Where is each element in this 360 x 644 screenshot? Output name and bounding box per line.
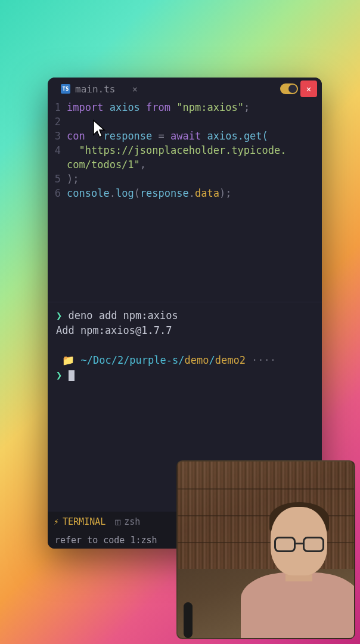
mouse-cursor-icon xyxy=(92,119,109,141)
close-tab-icon[interactable]: × xyxy=(132,83,138,95)
line-number: 3 xyxy=(51,129,67,143)
shell-status-item[interactable]: ◫ zsh xyxy=(115,516,140,527)
terminal-status-item[interactable]: ⚡ TERMINAL xyxy=(54,516,105,527)
microphone-icon xyxy=(184,602,193,638)
code-content: com/todos/1", xyxy=(67,157,146,172)
prompt-icon: ❯ xyxy=(56,309,62,321)
code-line: 2 xyxy=(51,114,318,129)
terminal-output: Add npm:axios@1.7.7 xyxy=(56,323,314,338)
footer-text: refer to code 1:zsh xyxy=(55,535,157,546)
typescript-icon: TS xyxy=(61,84,70,94)
code-content: ); xyxy=(67,172,79,186)
terminal-cursor xyxy=(69,370,75,381)
line-number: 6 xyxy=(51,186,67,200)
code-content: "https://jsonplaceholder.typicode. xyxy=(67,143,286,157)
terminal-label: TERMINAL xyxy=(63,516,105,527)
tab-filename: main.ts xyxy=(75,83,115,95)
file-tab[interactable]: TS main.ts × xyxy=(52,78,146,100)
terminal-line: ❯ deno add npm:axios xyxy=(56,308,314,323)
titlebar: TS main.ts × ✕ xyxy=(48,78,322,100)
terminal-cwd: 📁 ~/Doc/2/purple-s/demo/demo2 ···· xyxy=(56,353,314,368)
line-number xyxy=(51,157,67,172)
code-content: import axios from "npm:axios"; xyxy=(67,100,250,114)
lightning-icon: ⚡ xyxy=(54,516,59,527)
folder-icon: 📁 xyxy=(62,354,75,366)
shell-label: zsh xyxy=(124,516,140,527)
code-line: 6 console.log(response.data); xyxy=(51,186,318,200)
webcam-overlay xyxy=(176,460,355,639)
close-window-button[interactable]: ✕ xyxy=(300,80,317,97)
code-line: 4 "https://jsonplaceholder.typicode. xyxy=(51,143,318,157)
code-line: 5 ); xyxy=(51,172,318,186)
code-line: 3 con response = await axios.get( xyxy=(51,129,318,143)
terminal-prompt: ❯ xyxy=(56,368,314,383)
code-content: console.log(response.data); xyxy=(67,186,231,200)
prompt-icon: ❯ xyxy=(56,369,62,381)
terminal-blank xyxy=(56,338,314,353)
toggle-switch[interactable] xyxy=(280,83,298,94)
line-number: 2 xyxy=(51,114,67,129)
code-line: 1 import axios from "npm:axios"; xyxy=(51,100,318,114)
line-number: 1 xyxy=(51,100,67,114)
shell-icon: ◫ xyxy=(115,516,120,527)
window-controls: ✕ xyxy=(280,80,317,97)
line-number: 4 xyxy=(51,143,67,157)
presenter xyxy=(235,489,354,638)
line-number: 5 xyxy=(51,172,67,186)
code-line: com/todos/1", xyxy=(51,157,318,172)
code-editor[interactable]: 1 import axios from "npm:axios"; 2 3 con… xyxy=(48,100,322,200)
